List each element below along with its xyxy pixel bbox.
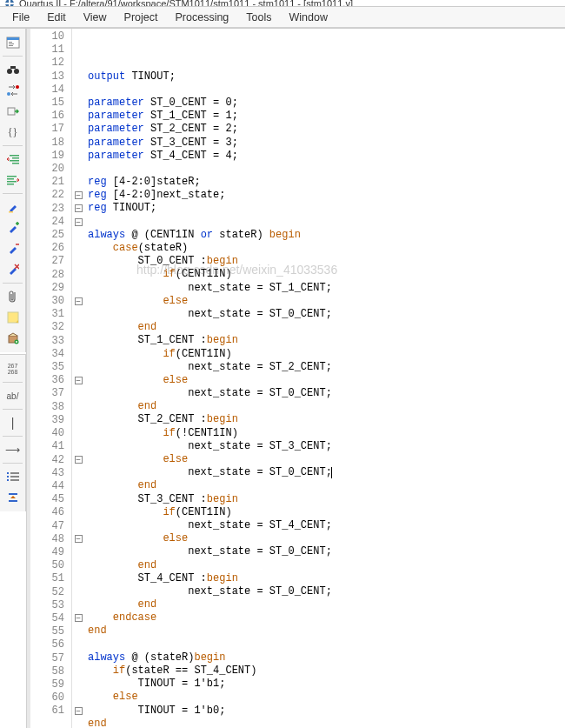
code-line[interactable]: ST_0_CENT :begin	[88, 255, 565, 268]
code-line[interactable]: parameter ST_2_CENT = 2;	[88, 123, 565, 136]
package-icon[interactable]	[2, 329, 24, 348]
code-line[interactable]: if(stateR == ST_4_CENT)	[88, 665, 565, 678]
code-line[interactable]: always @ (stateR)begin	[88, 651, 565, 665]
code-line[interactable]: parameter ST_3_CENT = 3;	[88, 137, 565, 150]
code-editor[interactable]: 1011121314151617181920212223242526272829…	[26, 29, 565, 728]
arrow-right-icon[interactable]: ⟶	[2, 440, 24, 459]
menu-project[interactable]: Project	[116, 10, 167, 25]
line-number: 29	[30, 282, 71, 295]
fold-toggle-icon[interactable]: −	[75, 456, 83, 464]
code-line[interactable]: endcase	[88, 611, 565, 624]
fold-toggle-icon[interactable]: −	[75, 377, 83, 384]
code-line[interactable]: next_state = ST_0_CENT;	[88, 545, 565, 558]
code-line[interactable]: next_state = ST_3_CENT;	[88, 440, 565, 453]
menu-processing[interactable]: Processing	[166, 10, 237, 25]
code-line[interactable]: if(CENT1IN)	[88, 506, 565, 519]
menu-view[interactable]: View	[75, 10, 116, 25]
pipe-icon[interactable]: |	[2, 413, 24, 432]
code-line[interactable]: next_state = ST_4_CENT;	[88, 519, 565, 532]
indent-left-icon[interactable]	[2, 150, 24, 169]
code-line[interactable]: next_state = ST_0_CENT;	[88, 585, 565, 598]
line-number: 20	[30, 163, 71, 176]
fold-toggle-icon[interactable]: −	[75, 614, 83, 622]
list-icon[interactable]	[2, 467, 24, 486]
code-line[interactable]: end	[88, 321, 565, 334]
paperclip-icon[interactable]	[2, 287, 24, 306]
code-line[interactable]: end	[88, 400, 565, 413]
code-line[interactable]: parameter ST_1_CENT = 1;	[88, 110, 565, 123]
code-line[interactable]: ST_2_CENT :begin	[88, 413, 565, 426]
fold-toggle-icon[interactable]: −	[75, 297, 83, 305]
code-line[interactable]: end	[88, 479, 565, 492]
replace-icon[interactable]	[2, 81, 24, 100]
line-number: 11	[30, 43, 71, 57]
menu-edit[interactable]: Edit	[38, 10, 75, 25]
fold-column[interactable]: −−−−−−−−−	[72, 29, 84, 728]
collapse-icon[interactable]	[2, 488, 24, 507]
menu-file[interactable]: File	[3, 10, 38, 25]
highlight-icon[interactable]	[2, 197, 24, 217]
code-line[interactable]: next_state = ST_1_CENT;	[88, 282, 565, 295]
code-line[interactable]: else	[88, 691, 565, 704]
code-line[interactable]: else	[88, 453, 565, 466]
run-arrow-icon[interactable]	[2, 102, 24, 121]
code-line[interactable]: next_state = ST_0_CENT;	[88, 466, 565, 479]
code-line[interactable]	[88, 216, 565, 229]
code-line[interactable]: if(CENT1IN)	[88, 348, 565, 361]
code-line[interactable]: always @ (CENT1IN or stateR) begin	[88, 229, 565, 242]
code-line[interactable]: output TINOUT;	[88, 70, 565, 83]
line-number: 46	[30, 506, 71, 519]
code-line[interactable]: end	[88, 624, 565, 638]
code-line[interactable]: else	[88, 295, 565, 308]
line-number: 61	[30, 705, 71, 718]
bookmark-clear-icon[interactable]	[2, 260, 24, 279]
code-line[interactable]	[88, 83, 565, 97]
code-line[interactable]: next_state = ST_0_CENT;	[88, 308, 565, 321]
fold-toggle-icon[interactable]: −	[75, 191, 83, 199]
code-line[interactable]: if(!CENT1IN)	[88, 427, 565, 440]
code-line[interactable]: case(stateR)	[88, 242, 565, 255]
code-line[interactable]: else	[88, 374, 565, 387]
svg-point-11	[7, 92, 10, 96]
fold-toggle-icon[interactable]: −	[75, 535, 83, 543]
code-line[interactable]: ST_4_CENT :begin	[88, 572, 565, 585]
bookmark-del-icon[interactable]	[2, 239, 24, 258]
code-line[interactable]: TINOUT = 1'b0;	[88, 705, 565, 718]
code-area[interactable]: http://blog.csdn.net/weixin_41033536 out…	[84, 29, 565, 728]
code-line[interactable]: TINOUT = 1'b1;	[88, 678, 565, 691]
svg-rect-33	[9, 500, 17, 502]
binoculars-icon[interactable]	[2, 60, 24, 79]
line-number: 56	[30, 638, 71, 651]
code-line[interactable]: reg TINOUT;	[88, 202, 565, 215]
code-line[interactable]	[88, 638, 565, 651]
line-number: 51	[30, 572, 71, 585]
note-icon[interactable]	[2, 308, 24, 327]
line-number: 33	[30, 335, 71, 348]
code-line[interactable]: ST_3_CENT :begin	[88, 493, 565, 506]
code-line[interactable]: reg [4-2:0]stateR;	[88, 176, 565, 189]
bookmark-add-icon[interactable]	[2, 218, 24, 237]
code-line[interactable]: else	[88, 532, 565, 545]
braces-icon[interactable]: {}	[2, 123, 24, 142]
document-layout-icon[interactable]	[2, 33, 24, 52]
code-line[interactable]: parameter ST_0_CENT = 0;	[88, 97, 565, 110]
indent-right-icon[interactable]	[2, 170, 24, 190]
code-line[interactable]: parameter ST_4_CENT = 4;	[88, 150, 565, 163]
line-number-icon[interactable]: 267 268	[2, 359, 24, 378]
menu-window[interactable]: Window	[281, 10, 336, 25]
code-line[interactable]: if(CENT1IN)	[88, 268, 565, 281]
fold-toggle-icon[interactable]: −	[75, 707, 83, 715]
fold-toggle-icon[interactable]: −	[75, 204, 83, 212]
code-line[interactable]: end	[88, 559, 565, 572]
ab-regex-icon[interactable]: ab/	[2, 386, 24, 405]
code-line[interactable]	[88, 163, 565, 176]
menu-tools[interactable]: Tools	[237, 10, 280, 25]
code-line[interactable]: ST_1_CENT :begin	[88, 334, 565, 347]
svg-rect-30	[7, 479, 9, 481]
code-line[interactable]: end	[88, 598, 565, 611]
code-line[interactable]: reg [4-2:0]next_state;	[88, 189, 565, 202]
fold-toggle-icon[interactable]: −	[75, 218, 83, 226]
code-line[interactable]: end	[88, 718, 565, 728]
code-line[interactable]: next_state = ST_2_CENT;	[88, 361, 565, 374]
code-line[interactable]: next_state = ST_0_CENT;	[88, 387, 565, 400]
